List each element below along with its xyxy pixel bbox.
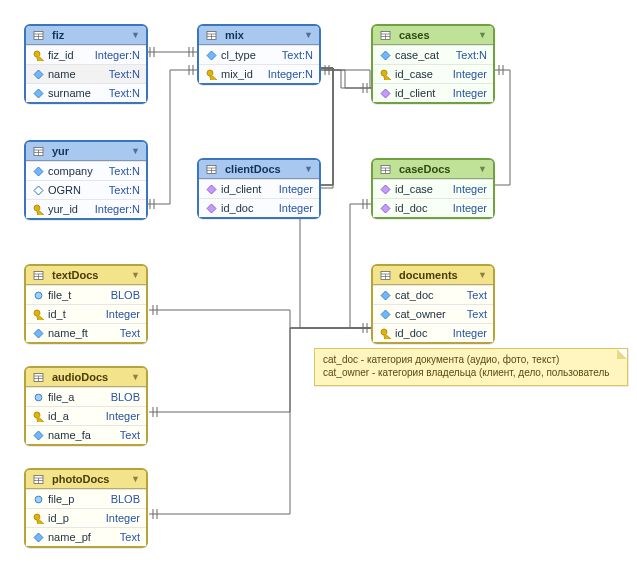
column-row[interactable]: id_pInteger [26, 508, 146, 527]
diamond-icon [205, 49, 217, 61]
column-name: file_p [48, 492, 105, 506]
column-row[interactable]: companyText:N [26, 161, 146, 180]
column-row[interactable]: surnameText:N [26, 83, 146, 102]
column-name: id_doc [221, 201, 273, 215]
table-fiz[interactable]: fiz▼ fiz_idInteger:N nameText:N surnameT… [24, 24, 148, 104]
table-title: yur [52, 144, 69, 158]
table-cases[interactable]: cases▼ case_catText:N id_caseInteger id_… [371, 24, 495, 104]
table-icon [205, 163, 217, 175]
table-header[interactable]: clientDocs▼ [199, 160, 319, 179]
column-row[interactable]: id_caseInteger [373, 64, 493, 83]
column-row[interactable]: id_clientInteger [373, 83, 493, 102]
table-clientDocs[interactable]: clientDocs▼ id_clientInteger id_docInteg… [197, 158, 321, 219]
column-name: id_client [221, 182, 273, 196]
column-row[interactable]: nameText:N [26, 64, 146, 83]
column-row[interactable]: file_aBLOB [26, 387, 146, 406]
column-row[interactable]: yur_idInteger:N [26, 199, 146, 218]
chevron-down-icon: ▼ [131, 370, 140, 384]
table-title: textDocs [52, 268, 98, 282]
column-row[interactable]: name_pfText [26, 527, 146, 546]
table-photoDocs[interactable]: photoDocs▼ file_pBLOB id_pInteger name_p… [24, 468, 148, 548]
column-name: file_t [48, 288, 105, 302]
column-row[interactable]: id_clientInteger [199, 179, 319, 198]
column-type: Integer:N [95, 48, 140, 62]
key-icon [379, 327, 391, 339]
fk-diamond-icon [379, 87, 391, 99]
table-mix[interactable]: mix▼ cl_typeText:N mix_idInteger:N [197, 24, 321, 85]
column-name: cl_type [221, 48, 276, 62]
column-name: id_case [395, 67, 447, 81]
table-header[interactable]: fiz▼ [26, 26, 146, 45]
column-type: Text:N [109, 164, 140, 178]
comment-note[interactable]: cat_doc - категория документа (аудио, фо… [314, 348, 628, 386]
column-row[interactable]: id_docInteger [373, 198, 493, 217]
column-type: Text:N [109, 86, 140, 100]
chevron-down-icon: ▼ [478, 268, 487, 282]
column-row[interactable]: OGRNText:N [26, 180, 146, 199]
column-name: name_fa [48, 428, 114, 442]
column-type: Integer [106, 409, 140, 423]
table-header[interactable]: photoDocs▼ [26, 470, 146, 489]
chevron-down-icon: ▼ [478, 162, 487, 176]
column-row[interactable]: mix_idInteger:N [199, 64, 319, 83]
table-textDocs[interactable]: textDocs▼ file_tBLOB id_tInteger name_ft… [24, 264, 148, 344]
column-name: name_ft [48, 326, 114, 340]
column-row[interactable]: id_aInteger [26, 406, 146, 425]
column-type: Text [467, 307, 487, 321]
table-title: caseDocs [399, 162, 450, 176]
column-type: Text:N [109, 183, 140, 197]
column-row[interactable]: name_faText [26, 425, 146, 444]
column-row[interactable]: case_catText:N [373, 45, 493, 64]
column-row[interactable]: cat_ownerText [373, 304, 493, 323]
column-row[interactable]: cl_typeText:N [199, 45, 319, 64]
column-name: id_p [48, 511, 100, 525]
column-type: Integer [279, 201, 313, 215]
column-type: Text [467, 288, 487, 302]
column-row[interactable]: file_pBLOB [26, 489, 146, 508]
column-name: fiz_id [48, 48, 89, 62]
table-caseDocs[interactable]: caseDocs▼ id_caseInteger id_docInteger [371, 158, 495, 219]
column-row[interactable]: name_ftText [26, 323, 146, 342]
column-name: id_a [48, 409, 100, 423]
column-type: Text [120, 530, 140, 544]
diamond-icon [32, 429, 44, 441]
column-type: BLOB [111, 288, 140, 302]
chevron-down-icon: ▼ [304, 162, 313, 176]
key-icon [32, 410, 44, 422]
chevron-down-icon: ▼ [131, 28, 140, 42]
table-icon [32, 29, 44, 41]
table-icon [32, 269, 44, 281]
column-row[interactable]: fiz_idInteger:N [26, 45, 146, 64]
table-header[interactable]: yur▼ [26, 142, 146, 161]
column-name: name [48, 67, 103, 81]
column-row[interactable]: id_docInteger [373, 323, 493, 342]
column-row[interactable]: id_tInteger [26, 304, 146, 323]
column-type: BLOB [111, 492, 140, 506]
table-header[interactable]: mix▼ [199, 26, 319, 45]
table-documents[interactable]: documents▼ cat_docText cat_ownerText id_… [371, 264, 495, 344]
table-header[interactable]: cases▼ [373, 26, 493, 45]
column-row[interactable]: file_tBLOB [26, 285, 146, 304]
column-type: Text:N [282, 48, 313, 62]
column-type: Integer:N [95, 202, 140, 216]
key-icon [32, 49, 44, 61]
key-icon [205, 68, 217, 80]
table-icon [379, 29, 391, 41]
column-row[interactable]: cat_docText [373, 285, 493, 304]
table-header[interactable]: documents▼ [373, 266, 493, 285]
note-line: cat_doc - категория документа (аудио, фо… [323, 353, 619, 366]
table-audioDocs[interactable]: audioDocs▼ file_aBLOB id_aInteger name_f… [24, 366, 148, 446]
chevron-down-icon: ▼ [478, 28, 487, 42]
column-row[interactable]: id_caseInteger [373, 179, 493, 198]
column-name: id_case [395, 182, 447, 196]
table-header[interactable]: caseDocs▼ [373, 160, 493, 179]
column-type: Text:N [109, 67, 140, 81]
column-name: company [48, 164, 103, 178]
table-yur[interactable]: yur▼ companyText:N OGRNText:N yur_idInte… [24, 140, 148, 220]
column-name: id_client [395, 86, 447, 100]
fk-diamond-icon [205, 202, 217, 214]
column-name: case_cat [395, 48, 450, 62]
table-header[interactable]: audioDocs▼ [26, 368, 146, 387]
column-row[interactable]: id_docInteger [199, 198, 319, 217]
table-header[interactable]: textDocs▼ [26, 266, 146, 285]
